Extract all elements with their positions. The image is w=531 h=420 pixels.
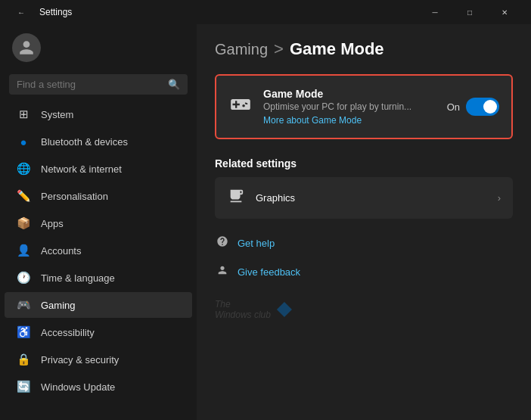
graphics-icon — [227, 188, 245, 208]
search-input[interactable] — [17, 79, 162, 90]
game-mode-info: Game Mode Optimise your PC for play by t… — [263, 88, 436, 126]
game-mode-title: Game Mode — [263, 88, 436, 100]
nav-item[interactable]: 🌐 Network & internet — [5, 156, 192, 182]
nav-item[interactable]: 🔄 Windows Update — [5, 374, 192, 400]
breadcrumb-separator: > — [274, 39, 284, 59]
apps-icon: 📦 — [17, 216, 30, 230]
nav-label-system: System — [41, 109, 73, 120]
nav-item[interactable]: ● Bluetooth & devices — [5, 129, 192, 154]
game-mode-card[interactable]: Game Mode Optimise your PC for play by t… — [215, 74, 513, 139]
nav-item[interactable]: 🕐 Time & language — [5, 265, 192, 291]
minimize-button[interactable]: ─ — [418, 0, 452, 24]
maximize-button[interactable]: □ — [452, 0, 487, 24]
nav-item[interactable]: 📦 Apps — [5, 210, 192, 236]
back-button[interactable]: ← — [9, 0, 33, 24]
game-mode-toggle[interactable] — [466, 98, 499, 116]
nav-label-accessibility: Accessibility — [41, 327, 95, 338]
nav-item-gaming[interactable]: 🎮 Gaming — [5, 292, 192, 318]
close-button[interactable]: ✕ — [487, 0, 522, 24]
bluetooth-icon: ● — [17, 135, 30, 148]
game-mode-more-link[interactable]: More about Game Mode — [263, 115, 436, 126]
nav-label-privacy: Privacy & security — [41, 354, 119, 366]
user-profile[interactable] — [0, 24, 197, 71]
nav-label-time: Time & language — [41, 272, 115, 284]
breadcrumb: Gaming > Game Mode — [215, 39, 513, 59]
update-icon: 🔄 — [17, 380, 30, 394]
window-controls: ─ □ ✕ — [418, 0, 522, 24]
breadcrumb-current: Game Mode — [290, 39, 384, 59]
graphics-settings-item[interactable]: Graphics › — [215, 177, 513, 219]
links-section: Get help Give feedback — [215, 231, 513, 284]
nav-item[interactable]: ⊞ System — [5, 101, 192, 127]
sidebar: 🔍 ⊞ System ● Bluetooth & devices 🌐 Netwo… — [0, 24, 197, 420]
nav-item[interactable]: 🔒 Privacy & security — [5, 347, 192, 372]
get-help-link[interactable]: Get help — [215, 231, 513, 255]
nav-item[interactable]: ✏️ Personalisation — [5, 183, 192, 209]
nav-label-personalisation: Personalisation — [41, 191, 108, 202]
nav-label-gaming: Gaming — [41, 300, 76, 311]
nav-label-update: Windows Update — [41, 381, 115, 393]
toggle-on-label: On — [447, 101, 460, 113]
give-feedback-link[interactable]: Give feedback — [215, 260, 513, 284]
network-icon: 🌐 — [17, 162, 30, 176]
watermark-text: TheWindows club — [215, 299, 271, 320]
privacy-icon: 🔒 — [17, 353, 30, 366]
search-box[interactable]: 🔍 — [9, 74, 188, 95]
personalisation-icon: ✏️ — [17, 189, 30, 203]
titlebar-left: ← Settings — [9, 0, 72, 24]
nav-label-accounts: Accounts — [41, 245, 81, 257]
app-container: 🔍 ⊞ System ● Bluetooth & devices 🌐 Netwo… — [0, 24, 531, 420]
app-title: Settings — [39, 7, 72, 17]
system-icon: ⊞ — [17, 107, 30, 121]
gaming-icon: 🎮 — [17, 298, 30, 312]
related-settings-title: Related settings — [215, 157, 513, 170]
game-mode-description: Optimise your PC for play by turnin... — [263, 101, 436, 112]
nav-item[interactable]: ♿ Accessibility — [5, 319, 192, 345]
breadcrumb-parent: Gaming — [215, 41, 268, 58]
related-settings-section: Related settings Graphics › — [215, 157, 513, 219]
search-icon: 🔍 — [168, 79, 180, 90]
nav-label-network: Network & internet — [41, 163, 122, 175]
avatar — [12, 33, 41, 62]
feedback-icon — [215, 264, 230, 279]
nav-item[interactable]: 👤 Accounts — [5, 238, 192, 263]
accessibility-icon: ♿ — [17, 325, 30, 339]
get-help-text: Get help — [238, 238, 275, 249]
graphics-label: Graphics — [256, 192, 487, 204]
watermark: TheWindows club — [215, 299, 513, 320]
give-feedback-text: Give feedback — [238, 266, 300, 278]
accounts-icon: 👤 — [17, 244, 30, 257]
game-mode-toggle-area: On — [447, 98, 499, 116]
watermark-diamond-icon — [277, 302, 292, 317]
nav-label-bluetooth: Bluetooth & devices — [41, 136, 128, 148]
help-icon — [215, 235, 230, 250]
nav-label-apps: Apps — [41, 218, 64, 229]
titlebar: ← Settings ─ □ ✕ — [0, 0, 531, 24]
content-area: Gaming > Game Mode Game Mode Optimise yo… — [197, 24, 531, 420]
chevron-right-icon: › — [498, 192, 501, 204]
time-icon: 🕐 — [17, 271, 30, 285]
user-avatar-icon — [18, 39, 35, 56]
game-mode-icon — [228, 94, 253, 120]
